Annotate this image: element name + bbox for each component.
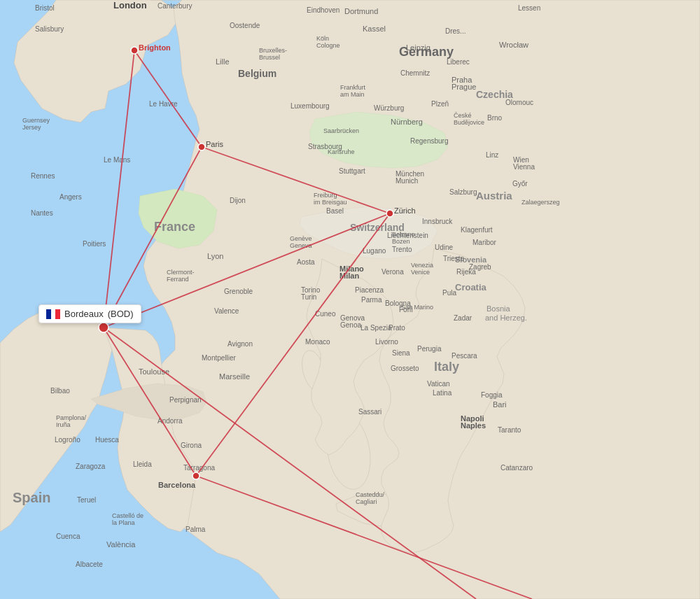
svg-text:Lugano: Lugano (363, 247, 386, 255)
svg-text:Nürnberg: Nürnberg (391, 118, 423, 126)
svg-text:Trento: Trento (392, 246, 412, 253)
svg-text:Montpellier: Montpellier (202, 354, 237, 362)
svg-text:Croatia: Croatia (455, 282, 487, 293)
svg-text:Budějovice: Budějovice (454, 119, 484, 126)
svg-text:Austria: Austria (476, 190, 512, 202)
svg-text:Parma: Parma (361, 296, 382, 304)
svg-text:Lleida: Lleida (133, 460, 152, 468)
svg-text:Poitiers: Poitiers (83, 240, 106, 248)
svg-text:Olomouc: Olomouc (505, 99, 533, 106)
svg-text:Bruxelles-: Bruxelles- (259, 47, 287, 54)
svg-text:Monaco: Monaco (305, 338, 330, 346)
svg-text:Cagliari: Cagliari (356, 498, 377, 505)
svg-text:Lyon: Lyon (207, 252, 223, 260)
svg-text:Nantes: Nantes (31, 209, 53, 217)
svg-text:Bolzano: Bolzano (392, 231, 415, 238)
svg-text:Udine: Udine (435, 244, 454, 251)
svg-text:Canterbury: Canterbury (158, 2, 192, 10)
svg-text:Turin: Turin (301, 293, 316, 301)
svg-text:Angers: Angers (59, 193, 82, 201)
svg-text:Perpignan: Perpignan (169, 396, 202, 404)
svg-text:Bristol: Bristol (35, 4, 55, 12)
svg-text:Munich: Munich (396, 177, 418, 185)
svg-text:Eindhoven: Eindhoven (307, 6, 340, 14)
svg-text:Le Mans: Le Mans (104, 156, 130, 164)
svg-text:Guernsey: Guernsey (22, 117, 50, 124)
svg-text:Salisbury: Salisbury (35, 25, 64, 33)
svg-text:Venezia: Venezia (411, 262, 433, 269)
svg-text:Klagenfurt: Klagenfurt (461, 226, 493, 234)
svg-text:Casteddu/: Casteddu/ (356, 491, 385, 498)
svg-text:Würzburg: Würzburg (374, 104, 404, 112)
svg-text:Brno: Brno (487, 114, 503, 122)
svg-text:Linz: Linz (486, 151, 498, 159)
svg-text:Albacete: Albacete (76, 561, 103, 568)
bordeaux-label: Bordeaux (64, 309, 104, 319)
svg-text:Saarbrücken: Saarbrücken (323, 127, 359, 134)
svg-text:Spain: Spain (13, 490, 50, 505)
svg-text:Livorno: Livorno (375, 338, 398, 346)
svg-text:Prato: Prato (388, 324, 405, 332)
svg-text:Innsbruck: Innsbruck (422, 218, 453, 225)
svg-text:and Herzeg.: and Herzeg. (485, 313, 527, 322)
svg-point-174 (99, 323, 108, 332)
svg-text:Vienna: Vienna (513, 163, 535, 171)
svg-text:Verona: Verona (382, 268, 404, 276)
svg-text:Valence: Valence (214, 307, 239, 315)
svg-text:Köln: Köln (316, 35, 329, 42)
svg-text:Jersey: Jersey (22, 124, 41, 131)
svg-text:Lille: Lille (216, 57, 230, 66)
svg-text:Bosnia: Bosnia (486, 304, 511, 313)
svg-text:Győr: Győr (512, 180, 528, 188)
svg-text:Liberec: Liberec (447, 58, 470, 66)
svg-text:Brighton: Brighton (139, 43, 171, 52)
svg-text:Foggia: Foggia (481, 391, 503, 399)
map-svg: Belgium Germany France Switzerland Austr… (0, 0, 700, 599)
svg-text:València: València (106, 540, 136, 549)
svg-text:Lessen: Lessen (518, 4, 540, 12)
svg-text:im Breisgau: im Breisgau (314, 199, 347, 206)
svg-text:Perugia: Perugia (417, 345, 442, 353)
svg-text:Venice: Venice (411, 269, 430, 276)
svg-text:Genoa: Genoa (340, 321, 361, 329)
svg-text:Pamplona/: Pamplona/ (56, 414, 87, 421)
svg-text:Forlì: Forlì (399, 306, 413, 313)
bordeaux-tooltip: Bordeaux (BOD) (38, 304, 141, 323)
svg-text:Zadar: Zadar (454, 314, 472, 322)
svg-point-171 (198, 143, 205, 150)
svg-text:Paris: Paris (206, 140, 224, 148)
svg-text:Kassel: Kassel (363, 24, 386, 33)
svg-text:Bozen: Bozen (392, 238, 410, 245)
svg-text:London: London (113, 0, 147, 10)
svg-text:Palma: Palma (186, 526, 206, 533)
svg-text:Rennes: Rennes (31, 172, 55, 180)
svg-text:Stuttgart: Stuttgart (339, 167, 365, 175)
svg-text:Piacenza: Piacenza (355, 286, 384, 294)
svg-text:Freiburg: Freiburg (314, 192, 337, 199)
svg-text:Castelló de: Castelló de (112, 512, 144, 519)
svg-text:Naples: Naples (461, 421, 486, 430)
svg-text:Catanzaro: Catanzaro (500, 464, 533, 472)
svg-text:Regensburg: Regensburg (410, 137, 448, 145)
svg-text:Ferrand: Ferrand (167, 276, 189, 283)
svg-text:Pescara: Pescara (451, 352, 477, 360)
svg-point-173 (192, 472, 200, 479)
svg-text:Zaragoza: Zaragoza (76, 463, 106, 470)
svg-text:Salzburg: Salzburg (449, 188, 477, 196)
svg-text:Bari: Bari (493, 400, 507, 409)
svg-text:Logroño: Logroño (55, 436, 80, 444)
bordeaux-code: (BOD) (108, 309, 134, 319)
svg-text:Clermont-: Clermont- (167, 269, 195, 276)
svg-text:Trieste: Trieste (443, 255, 465, 262)
svg-text:Genève: Genève (290, 235, 312, 242)
svg-text:Bilbao: Bilbao (50, 387, 70, 395)
svg-text:Basel: Basel (326, 207, 344, 215)
svg-point-172 (386, 210, 393, 217)
svg-text:Grenoble: Grenoble (224, 288, 253, 295)
svg-text:Italy: Italy (434, 360, 459, 374)
svg-text:Grosseto: Grosseto (391, 365, 419, 372)
svg-text:Pula: Pula (442, 289, 456, 297)
svg-text:La Spezia: La Spezia (360, 324, 392, 332)
svg-point-170 (131, 47, 138, 54)
svg-text:České: České (454, 112, 472, 119)
